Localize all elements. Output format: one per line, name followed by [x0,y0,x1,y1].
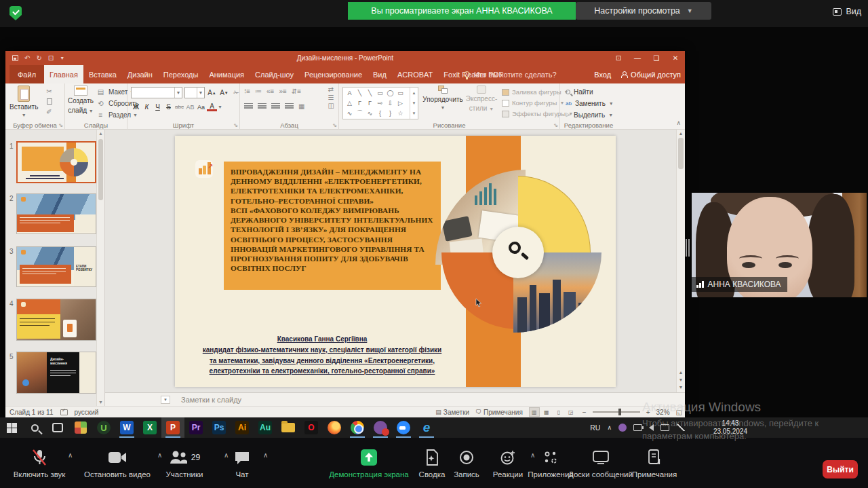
normal-view-icon[interactable]: ▥ [529,407,540,417]
slide-scrollbar[interactable]: ▲ ▲ ▼ ▼ [676,130,685,392]
line-spacing-icon[interactable]: ⇵≡ [292,88,301,95]
tab-acrobat[interactable]: ACROBAT [392,65,438,83]
zoom-level[interactable]: 32% [656,409,670,416]
text-direction-icon[interactable]: ⇄ [328,86,334,93]
tab-вид[interactable]: Вид [368,65,392,83]
character-spacing-button[interactable]: АВ [185,102,195,112]
notes-button[interactable]: Примечания [627,447,682,478]
next-slide-icon[interactable]: ▼ [679,377,684,382]
whiteboards-button[interactable]: Доски сообщений [568,447,633,478]
taskbar-icon-photos[interactable] [69,417,92,438]
replace-button[interactable]: abЗаменить▼ [566,98,614,109]
zoom-slider[interactable] [593,411,640,413]
taskbar-icon-viber[interactable] [369,417,392,438]
sign-in-link[interactable]: Вход [594,71,611,79]
scrollbar-thumb[interactable] [98,139,103,200]
display-icon[interactable] [660,424,669,431]
shape-glyph[interactable]: ☆ [395,109,406,118]
numbering-icon[interactable]: ≔ [255,88,262,95]
previous-slide-icon[interactable]: ▲ [679,370,684,375]
notes-toggle[interactable]: ▤Заметки [435,409,469,416]
scroll-up-icon[interactable]: ▲ [97,131,104,136]
font-name-combo[interactable]: ▼ [131,87,182,98]
taskbar-icon-zoom-app[interactable] [392,417,415,438]
taskbar-icon-search[interactable] [23,417,46,438]
start-slideshow-icon[interactable]: ⊡ [48,54,54,62]
increase-font-icon[interactable]: А▲ [207,88,217,98]
tray-expand-icon[interactable]: ∧ [607,424,612,431]
video-panel-handle[interactable] [686,239,690,257]
shape-glyph[interactable]: } [385,109,395,118]
scrollbar-thumb[interactable] [678,138,684,169]
scroll-up-icon[interactable]: ▲ [410,88,418,98]
shapes-gallery-scroll[interactable]: ▲ ▼ ▼ [410,88,418,119]
increase-indent-icon[interactable]: »≡ [279,88,286,95]
shape-glyph[interactable]: ▷ [395,98,406,108]
view-button[interactable]: Вид [833,7,861,16]
participants-button[interactable]: 29 Участники [151,447,218,478]
comments-toggle[interactable]: 🗨Примечания [475,409,523,416]
taskbar-icon-firefox[interactable] [323,417,346,438]
dialog-launcher-icon[interactable]: ⇘ [553,122,558,128]
slide-thumbnail-4[interactable] [16,299,96,341]
slide-thumbnail-5[interactable]: Дизайн-мислення [16,352,96,394]
taskbar-icon-premiere[interactable]: Pr [184,417,208,438]
share-button[interactable]: Общий доступ [620,71,681,79]
tab-анимация[interactable]: Анимация [203,65,250,83]
notes-splitter-icon[interactable]: ▼ [161,396,170,404]
slide-thumbnail-2[interactable] [16,193,96,234]
taskbar-icon-opera[interactable]: O [300,417,323,438]
view-settings-dropdown[interactable]: Настройки просмотра ▼ [576,2,711,20]
dialog-launcher-icon[interactable]: ⇘ [58,122,63,128]
share-screen-button[interactable]: Демонстрация экрана [326,447,412,478]
tab-переходы[interactable]: Переходы [158,65,204,83]
shape-glyph[interactable]: Γ [365,98,375,108]
text-shadow-button[interactable]: abc [174,102,184,112]
taskbar-clock[interactable]: 14:43 23.05.2024 [713,419,747,436]
quick-styles-button[interactable]: Экспресс- стили ▼ [464,86,499,112]
undo-icon[interactable]: ↶ [24,54,30,62]
redo-icon[interactable]: ↻ [36,54,41,62]
language-status[interactable]: русский [75,409,99,416]
shape-glyph[interactable]: ∿ [365,109,375,118]
scroll-down-icon[interactable]: ▼ [410,98,418,108]
shape-glyph[interactable]: ⌒ [355,109,365,118]
taskbar-icon-word[interactable]: W [115,417,138,438]
taskbar-icon-illustrator[interactable]: Ai [231,417,254,438]
align-left-icon[interactable] [244,103,253,110]
align-right-icon[interactable] [271,103,280,110]
copy-icon[interactable] [43,96,55,107]
taskbar-icon-explorer[interactable] [277,417,300,438]
taskbar-icon-excel[interactable]: X [138,417,161,438]
slide-sorter-icon[interactable]: ▦ [541,407,552,417]
underline-button[interactable]: Ч [153,102,163,112]
shape-glyph[interactable]: ◯ [385,88,395,98]
change-case-button[interactable]: Аа [196,102,206,112]
spellcheck-icon[interactable] [60,409,68,415]
chat-chevron-icon[interactable]: ∧ [263,451,268,459]
gallery-more-icon[interactable]: ▼ [410,109,418,119]
taskbar-icon-chrome[interactable] [346,417,369,438]
columns-icon[interactable]: ▦ [298,102,304,110]
stop-video-button[interactable]: Остановить видео [80,447,155,478]
dialog-launcher-icon[interactable]: ⇘ [332,122,337,128]
reading-view-icon[interactable]: ▯ [553,407,564,417]
taskbar-icon-utorrent[interactable] [92,417,115,438]
font-color-button[interactable]: А [207,103,217,111]
pen-icon[interactable] [676,424,685,431]
zoom-in-icon[interactable]: + [646,409,650,416]
strikethrough-button[interactable]: S [163,102,174,112]
tab-слайд-шоу[interactable]: Слайд-шоу [250,65,299,83]
slide-thumbnail-3[interactable]: ЕТАПИ РОЗВИТКУ [16,246,96,287]
collapse-ribbon-icon[interactable]: ∧ [676,119,681,126]
fit-slide-icon[interactable]: ◱ [676,409,682,416]
mute-button[interactable]: Включить звук [7,447,72,478]
bold-button[interactable]: Ж [131,102,141,112]
tab-главная[interactable]: Главная [44,65,83,83]
scroll-down-icon[interactable]: ▼ [97,400,104,405]
slideshow-icon[interactable]: ◲ [566,407,576,417]
reactions-button[interactable]: Реакции [488,447,528,478]
taskbar-icon-edge[interactable]: e [415,417,438,438]
convert-smartart-icon[interactable]: ◫ [328,102,334,109]
volume-icon[interactable] [649,424,654,431]
